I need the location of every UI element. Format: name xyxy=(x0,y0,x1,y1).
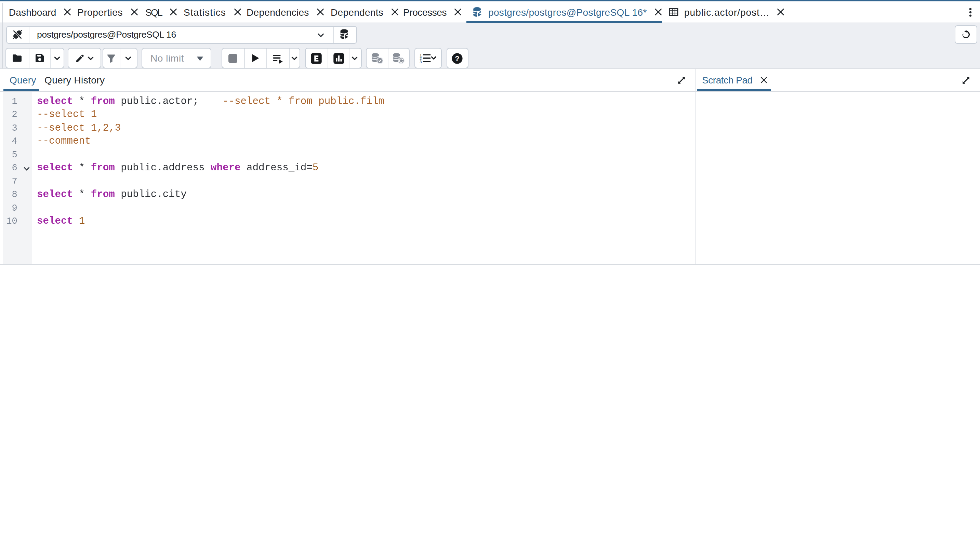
svg-text:3: 3 xyxy=(420,60,422,64)
svg-text:?: ? xyxy=(455,54,460,62)
